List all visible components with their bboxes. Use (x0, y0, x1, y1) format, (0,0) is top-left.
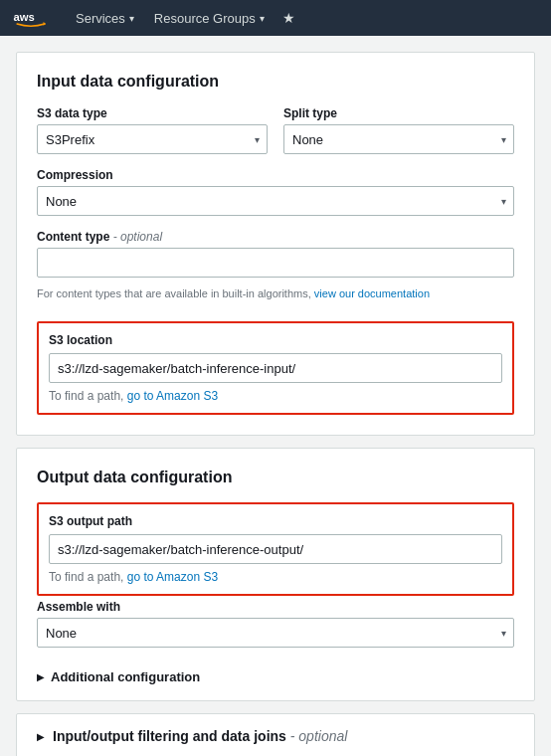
additional-config-toggle[interactable]: ▶ Additional configuration (37, 662, 514, 684)
svg-text:aws: aws (13, 11, 34, 23)
s3-data-type-group: S3 data type S3Prefix ManifestFile Augme… (37, 106, 268, 154)
s3-location-label: S3 location (49, 333, 502, 347)
input-section-title: Input data configuration (37, 73, 514, 91)
top-navigation: aws Services ▾ Resource Groups ▾ ★ (0, 0, 551, 36)
assemble-with-select[interactable]: None Line (37, 618, 514, 648)
split-type-select-wrapper: None Line RecordIO TFRecord ▾ (283, 124, 514, 154)
content-type-label: Content type - optional (37, 230, 514, 244)
compression-group: Compression None Gzip ▾ (37, 168, 514, 216)
input-output-filtering-arrow-icon: ▶ (37, 731, 45, 742)
resource-groups-label: Resource Groups (154, 11, 256, 26)
services-label: Services (76, 11, 125, 26)
s3-location-path-hint: To find a path, go to Amazon S3 (49, 389, 502, 403)
output-data-config-card: Output data configuration S3 output path… (16, 448, 535, 701)
content-type-row: Content type - optional For content type… (37, 230, 514, 307)
content-type-input[interactable] (37, 248, 514, 278)
input-output-filtering-section[interactable]: ▶ Input/output filtering and data joins … (16, 713, 535, 756)
resource-groups-chevron-icon: ▾ (260, 13, 265, 24)
s3-data-type-label: S3 data type (37, 106, 268, 120)
s3-location-group: S3 location To find a path, go to Amazon… (37, 321, 514, 415)
additional-config-arrow-icon: ▶ (37, 671, 45, 682)
s3-output-path-hint: To find a path, go to Amazon S3 (49, 570, 502, 584)
s3-location-input[interactable] (49, 353, 502, 383)
s3-data-type-select-wrapper: S3Prefix ManifestFile AugmentedManifestF… (37, 124, 268, 154)
services-chevron-icon: ▾ (129, 13, 134, 24)
resource-groups-menu[interactable]: Resource Groups ▾ (144, 0, 275, 36)
additional-config-label: Additional configuration (51, 669, 200, 684)
assemble-with-row: Assemble with None Line ▾ (37, 600, 514, 648)
output-section-title: Output data configuration (37, 469, 514, 486)
services-menu[interactable]: Services ▾ (66, 0, 144, 36)
split-type-select[interactable]: None Line RecordIO TFRecord (283, 124, 514, 154)
aws-logo[interactable]: aws (12, 7, 50, 29)
split-type-group: Split type None Line RecordIO TFRecord ▾ (283, 106, 514, 154)
s3-output-path-label: S3 output path (49, 514, 502, 528)
main-content: Input data configuration S3 data type S3… (0, 36, 551, 756)
favorites-icon[interactable]: ★ (275, 10, 303, 26)
input-data-config-card: Input data configuration S3 data type S3… (16, 52, 535, 436)
assemble-with-label: Assemble with (37, 600, 514, 614)
s3-output-path-input[interactable] (49, 534, 502, 564)
compression-row: Compression None Gzip ▾ (37, 168, 514, 216)
compression-label: Compression (37, 168, 514, 182)
assemble-with-group: Assemble with None Line ▾ (37, 600, 514, 648)
content-type-group: Content type - optional For content type… (37, 230, 514, 307)
compression-select[interactable]: None Gzip (37, 186, 514, 216)
input-output-filtering-title: Input/output filtering and data joins - … (53, 728, 347, 744)
s3-output-path-group: S3 output path To find a path, go to Ama… (37, 502, 514, 596)
s3-data-type-select[interactable]: S3Prefix ManifestFile AugmentedManifestF… (37, 124, 268, 154)
view-documentation-link[interactable]: view our documentation (314, 287, 430, 299)
assemble-with-select-wrapper: None Line ▾ (37, 618, 514, 648)
svg-marker-1 (44, 22, 47, 26)
s3-type-row: S3 data type S3Prefix ManifestFile Augme… (37, 106, 514, 154)
compression-select-wrapper: None Gzip ▾ (37, 186, 514, 216)
content-type-hint: For content types that are available in … (37, 287, 514, 299)
s3-output-path-link[interactable]: go to Amazon S3 (127, 570, 218, 584)
s3-location-link[interactable]: go to Amazon S3 (127, 389, 218, 403)
split-type-label: Split type (283, 106, 514, 120)
